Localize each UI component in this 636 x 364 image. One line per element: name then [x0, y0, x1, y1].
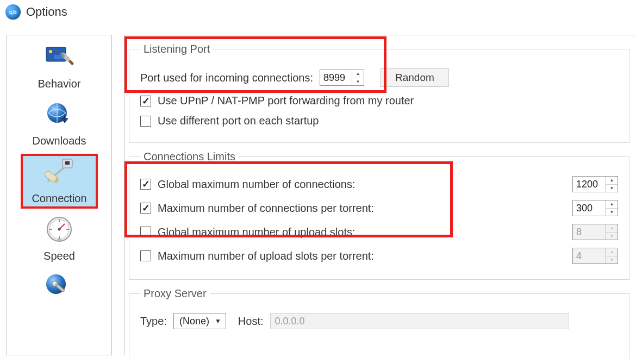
proxy-host-input — [270, 313, 569, 329]
spin-buttons: ▲▼ — [606, 248, 618, 263]
select-value: (None) — [179, 316, 209, 327]
checkbox-label: Maximum number of upload slots per torre… — [158, 250, 374, 262]
sidebar-item-label: Speed — [43, 250, 75, 262]
port-spinbox[interactable]: 8999 ▲▼ — [320, 70, 364, 86]
proxy-host-label: Host: — [238, 315, 264, 328]
upload-slots-per-torrent-spinbox: 4 ▲▼ — [572, 248, 618, 264]
proxy-type-select[interactable]: (None) ▼ — [173, 313, 226, 329]
titlebar: qb Options — [0, 0, 636, 24]
group-legend: Listening Port — [140, 43, 213, 55]
sidebar-item-label: Connection — [32, 192, 86, 205]
checkbox-icon — [140, 227, 151, 237]
group-legend: Connections Limits — [140, 150, 239, 163]
sidebar-item-speed[interactable]: Speed — [16, 213, 103, 265]
different-port-checkbox[interactable]: Use different port on each startup — [140, 115, 319, 127]
spin-up-icon[interactable]: ▲ — [352, 70, 364, 78]
connection-icon — [43, 158, 76, 186]
spin-buttons[interactable]: ▲▼ — [606, 177, 618, 192]
max-conn-per-torrent-spinbox[interactable]: 300 ▲▼ — [572, 200, 618, 216]
sidebar-item-more[interactable] — [16, 268, 103, 300]
settings-panel: Listening Port Port used for incoming co… — [124, 35, 636, 355]
spin-buttons[interactable]: ▲▼ — [352, 70, 364, 85]
spin-up-icon[interactable]: ▲ — [606, 200, 618, 209]
global-max-conn-spinbox[interactable]: 1200 ▲▼ — [572, 176, 618, 192]
checkbox-label: Use UPnP / NAT-PMP port forwarding from … — [158, 95, 414, 107]
proxy-type-label: Type: — [140, 315, 167, 328]
sidebar-item-label: Downloads — [33, 135, 86, 147]
checkbox-icon — [140, 116, 151, 127]
spin-value: 4 — [573, 248, 606, 263]
spin-down-icon[interactable]: ▼ — [606, 209, 618, 216]
upnp-checkbox[interactable]: Use UPnP / NAT-PMP port forwarding from … — [140, 95, 414, 107]
svg-rect-17 — [57, 239, 61, 241]
checkbox-icon — [140, 250, 151, 261]
spin-down-icon[interactable]: ▼ — [352, 78, 364, 86]
checkbox-icon — [140, 96, 151, 106]
behavior-icon — [43, 43, 76, 71]
spin-up-icon[interactable]: ▲ — [606, 177, 618, 185]
spin-buttons[interactable]: ▲▼ — [606, 200, 618, 216]
sidebar: Behavior — [7, 35, 112, 355]
spin-down-icon[interactable]: ▼ — [606, 185, 618, 192]
sidebar-item-downloads[interactable]: Downloads — [16, 98, 103, 149]
spin-value[interactable]: 300 — [573, 200, 606, 216]
sidebar-item-connection[interactable]: Connection — [22, 155, 97, 208]
max-conn-per-torrent-checkbox[interactable]: Maximum number of connections per torren… — [140, 202, 374, 215]
app-icon: qb — [5, 4, 21, 20]
port-label: Port used for incoming connections: — [140, 72, 313, 84]
global-max-conn-checkbox[interactable]: Global maximum number of connections: — [140, 178, 356, 191]
spin-up-icon: ▲ — [606, 248, 618, 256]
sidebar-item-behavior[interactable]: Behavior — [16, 41, 103, 92]
downloads-icon — [43, 100, 76, 128]
random-button[interactable]: Random — [381, 68, 449, 87]
checkbox-label: Global maximum number of connections: — [158, 178, 356, 191]
globe-wrench-icon — [43, 270, 76, 298]
checkbox-label: Use different port on each startup — [158, 115, 319, 127]
spin-value[interactable]: 1200 — [573, 177, 606, 192]
svg-rect-5 — [65, 161, 70, 165]
options-window: qb Options Be — [0, 0, 636, 364]
global-upload-slots-checkbox[interactable]: Global maximum number of upload slots: — [140, 226, 356, 239]
spin-value: 8 — [573, 224, 606, 240]
checkbox-icon — [140, 203, 151, 214]
checkbox-label: Maximum number of connections per torren… — [158, 202, 374, 215]
spin-up-icon: ▲ — [606, 224, 618, 233]
global-upload-slots-spinbox: 8 ▲▼ — [572, 224, 618, 240]
checkbox-icon — [140, 179, 151, 190]
listening-port-group: Listening Port Port used for incoming co… — [129, 43, 629, 143]
svg-point-16 — [58, 228, 61, 231]
group-legend: Proxy Server — [140, 287, 210, 300]
spin-down-icon: ▼ — [606, 256, 618, 264]
upload-slots-per-torrent-checkbox[interactable]: Maximum number of upload slots per torre… — [140, 250, 374, 262]
checkbox-label: Global maximum number of upload slots: — [158, 226, 356, 239]
port-value[interactable]: 8999 — [320, 70, 352, 85]
chevron-down-icon: ▼ — [215, 317, 221, 325]
speed-icon — [43, 215, 76, 243]
spin-down-icon: ▼ — [606, 233, 618, 240]
connections-limits-group: Connections Limits Global maximum number… — [129, 150, 629, 280]
spin-buttons: ▲▼ — [606, 224, 618, 240]
proxy-server-group: Proxy Server Type: (None) ▼ Host: — [129, 287, 629, 359]
sidebar-item-label: Behavior — [38, 78, 81, 90]
window-title: Options — [26, 5, 67, 19]
svg-point-1 — [49, 50, 52, 53]
